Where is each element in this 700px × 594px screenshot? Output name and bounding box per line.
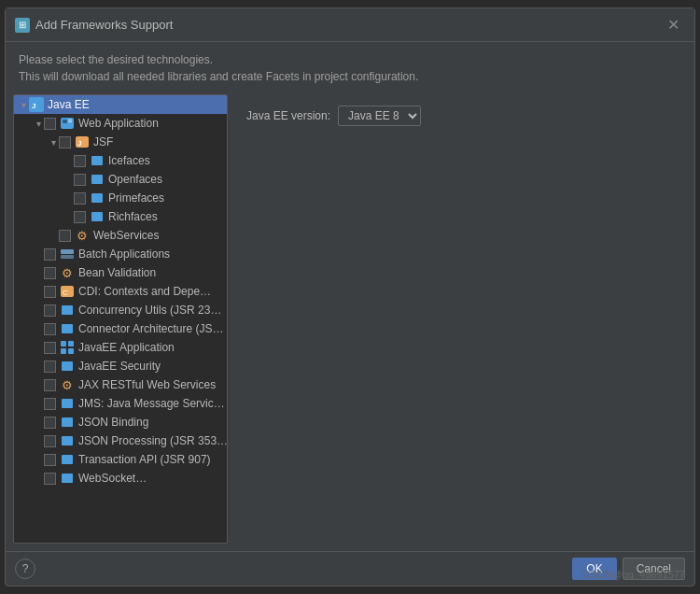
svg-rect-10 [91, 193, 103, 203]
concurrency-icon [60, 303, 75, 318]
jms-icon [60, 396, 75, 411]
tree-item-javaee-app[interactable]: JavaEE Application [14, 338, 227, 357]
json-bind-label: JSON Binding [78, 416, 148, 429]
checkbox-javaee-app[interactable] [44, 342, 56, 354]
cdi-label: CDI: Contexts and Depe… [78, 285, 211, 298]
svg-rect-18 [61, 341, 66, 346]
help-button[interactable]: ? [15, 559, 35, 579]
concurrency-label: Concurrency Utils (JSR 23… [78, 304, 221, 317]
tree-item-jms[interactable]: JMS: Java Message Servic… [14, 394, 227, 413]
websocket-label: WebSocket… [78, 472, 147, 485]
checkbox-jms[interactable] [44, 398, 56, 410]
checkbox-jax-rest[interactable] [44, 379, 56, 391]
checkbox-batch[interactable] [44, 248, 56, 261]
json-proc-label: JSON Processing (JSR 353… [78, 434, 228, 447]
arrow-jsf [48, 136, 59, 148]
tree-item-javaee-sec[interactable]: JavaEE Security [14, 357, 227, 375]
richfaces-icon [90, 209, 105, 224]
watermark: CSDN@qq_45691577 [582, 569, 685, 580]
svg-rect-3 [63, 120, 67, 123]
svg-text:J: J [32, 102, 35, 110]
checkbox-cdi[interactable] [44, 286, 56, 298]
checkbox-json-bind[interactable] [44, 417, 56, 429]
tree-item-primefaces[interactable]: Primefaces [14, 189, 227, 207]
tree-item-richfaces[interactable]: Richfaces [14, 207, 227, 226]
primefaces-label: Primefaces [108, 191, 164, 205]
checkbox-transaction[interactable] [44, 454, 56, 466]
close-button[interactable]: ✕ [662, 14, 685, 35]
arrow-java-ee [18, 99, 29, 110]
tree-item-jax-rest[interactable]: ⚙ JAX RESTful Web Services [14, 375, 227, 394]
tree-item-json-bind[interactable]: JSON Binding [14, 413, 227, 431]
primefaces-icon [90, 191, 105, 205]
title-bar: ⊞ Add Frameworks Support ✕ [6, 8, 694, 42]
openfaces-icon [90, 172, 105, 187]
svg-rect-11 [91, 212, 103, 221]
tree-item-batch[interactable]: Batch Applications [14, 245, 227, 263]
svg-text:C: C [63, 289, 68, 297]
checkbox-richfaces[interactable] [74, 211, 86, 223]
checkbox-webservices[interactable] [59, 230, 71, 242]
connector-label: Connector Architecture (JS… [78, 322, 223, 335]
tree-item-webservices[interactable]: ⚙ WebServices [14, 226, 227, 245]
checkbox-bean-val[interactable] [44, 267, 56, 279]
description-line1: Please select the desired technologies. [19, 51, 681, 68]
checkbox-concurrency[interactable] [44, 304, 56, 317]
javaee-sec-icon [60, 359, 75, 374]
checkbox-connector[interactable] [44, 323, 56, 335]
jms-label: JMS: Java Message Servic… [78, 397, 225, 410]
tree-item-json-proc[interactable]: JSON Processing (JSR 353… [14, 431, 227, 450]
svg-rect-9 [91, 175, 103, 184]
description-area: Please select the desired technologies. … [6, 42, 694, 91]
javaee-icon: J [29, 97, 44, 112]
checkbox-icefaces[interactable] [74, 155, 86, 167]
json-bind-icon [60, 415, 75, 430]
checkbox-javaee-sec[interactable] [44, 361, 56, 373]
webservices-label: WebServices [93, 229, 159, 242]
tree-item-openfaces[interactable]: Openfaces [14, 170, 227, 189]
svg-rect-20 [61, 348, 66, 354]
javaee-app-label: JavaEE Application [78, 341, 175, 354]
svg-rect-21 [68, 348, 74, 354]
checkbox-web-app[interactable] [44, 118, 56, 130]
svg-rect-8 [91, 156, 103, 165]
richfaces-label: Richfaces [108, 210, 158, 223]
svg-rect-27 [62, 474, 73, 483]
svg-rect-25 [62, 436, 73, 446]
checkbox-primefaces[interactable] [74, 192, 86, 205]
description-line2: This will download all needed libraries … [19, 68, 681, 85]
tree-item-java-ee[interactable]: J Java EE [14, 95, 227, 114]
jsf-label: JSF [93, 135, 113, 148]
javaee-app-icon [60, 340, 75, 355]
icefaces-label: Icefaces [108, 154, 150, 167]
svg-rect-12 [61, 249, 74, 254]
jax-rest-label: JAX RESTful Web Services [78, 378, 216, 391]
tree-item-websocket[interactable]: WebSocket… [14, 469, 227, 488]
webservices-icon: ⚙ [75, 228, 90, 243]
tree-item-cdi[interactable]: C CDI: Contexts and Depe… [14, 282, 227, 301]
web-app-icon [60, 116, 75, 131]
jax-rest-icon: ⚙ [60, 377, 75, 392]
tree-item-web-app[interactable]: Web Application [14, 114, 227, 133]
tree-item-connector[interactable]: Connector Architecture (JS… [14, 319, 227, 338]
svg-rect-26 [62, 455, 73, 464]
json-proc-icon [60, 433, 75, 448]
cdi-icon: C [60, 284, 75, 299]
checkbox-jsf[interactable] [59, 136, 71, 148]
checkbox-json-proc[interactable] [44, 435, 56, 447]
web-app-label: Web Application [78, 117, 159, 130]
tree-item-icefaces[interactable]: Icefaces [14, 151, 227, 170]
svg-rect-19 [68, 341, 74, 346]
arrow-web-app [33, 118, 44, 129]
tree-item-bean-val[interactable]: ⚙ Bean Validation [14, 263, 227, 282]
tree-item-jsf[interactable]: J JSF [14, 133, 227, 151]
tree-item-transaction[interactable]: Transaction API (JSR 907) [14, 450, 227, 469]
version-select[interactable]: Java EE 8 Java EE 7 Java EE 6 [338, 106, 421, 126]
batch-icon [60, 247, 75, 262]
version-label: Java EE version: [246, 109, 330, 122]
checkbox-openfaces[interactable] [74, 174, 86, 186]
svg-text:J: J [77, 139, 81, 148]
transaction-label: Transaction API (JSR 907) [78, 453, 211, 466]
tree-item-concurrency[interactable]: Concurrency Utils (JSR 23… [14, 301, 227, 319]
checkbox-websocket[interactable] [44, 473, 56, 485]
